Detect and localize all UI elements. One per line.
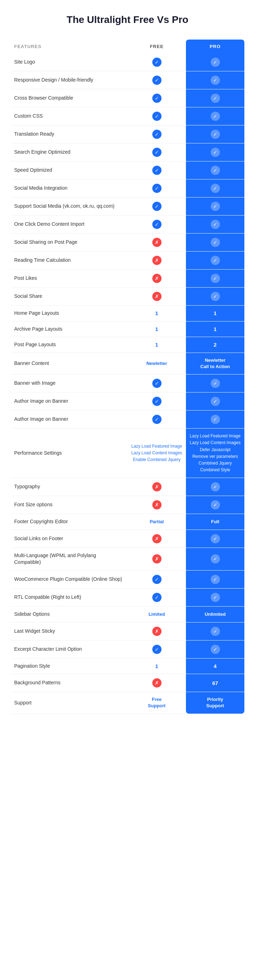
table-row: Search Engine Optimized✓✓ bbox=[11, 143, 244, 161]
feature-cell: Author Image on Banner bbox=[11, 393, 127, 410]
free-cell: ✗ bbox=[127, 496, 186, 514]
free-cell: ✓ bbox=[127, 197, 186, 215]
free-check-icon: ✓ bbox=[152, 645, 162, 654]
pro-cell: ✓ bbox=[186, 571, 244, 589]
feature-cell: Support Social Media (vk.com, ok.ru, qq.… bbox=[11, 197, 127, 215]
pro-cell: ✓ bbox=[186, 547, 244, 570]
pro-check-icon: ✓ bbox=[211, 202, 220, 211]
pro-check-icon: ✓ bbox=[211, 238, 220, 247]
pro-check-icon: ✓ bbox=[211, 76, 220, 85]
feature-cell: Search Engine Optimized bbox=[11, 143, 127, 161]
free-cross-icon: ✗ bbox=[152, 274, 162, 283]
free-text-value: Newletter bbox=[146, 361, 167, 366]
free-cell: ✓ bbox=[127, 589, 186, 606]
free-check-icon: ✓ bbox=[152, 397, 162, 406]
free-cell: ✓ bbox=[127, 393, 186, 410]
pro-cell: ✓ bbox=[186, 161, 244, 180]
free-cell: ✓ bbox=[127, 215, 186, 234]
pro-check-icon: ✓ bbox=[211, 94, 220, 103]
feature-cell: Font Size options bbox=[11, 496, 127, 514]
pro-cell: ✓ bbox=[186, 234, 244, 251]
pro-cell: ✓ bbox=[186, 72, 244, 89]
feature-cell: RTL Compatible (Right to Left) bbox=[11, 589, 127, 606]
pro-check-icon: ✓ bbox=[211, 184, 220, 193]
pro-check-icon: ✓ bbox=[211, 220, 220, 229]
pro-cell: Lazy Load Featured ImageLazy Load Conten… bbox=[186, 428, 244, 478]
table-row: Custom CSS✓✓ bbox=[11, 107, 244, 126]
pro-cell: ✓ bbox=[186, 53, 244, 72]
pro-cell: ✓ bbox=[186, 270, 244, 288]
feature-cell: Banner Content bbox=[11, 353, 127, 374]
feature-cell: Support bbox=[11, 692, 127, 714]
pro-check-icon: ✓ bbox=[211, 397, 220, 406]
free-cell: 1 bbox=[127, 337, 186, 353]
table-row: Responsive Design / Mobile-friendly✓✓ bbox=[11, 72, 244, 89]
free-number-value: 1 bbox=[155, 310, 158, 316]
pro-cell: 2 bbox=[186, 337, 244, 353]
table-row: Multi-Language (WPML and Polylang Compat… bbox=[11, 547, 244, 570]
feature-cell: One Click Demo Content Import bbox=[11, 215, 127, 234]
free-cell: Free Support bbox=[127, 692, 186, 714]
pro-check-icon: ✓ bbox=[211, 292, 220, 301]
free-text-value: Limited bbox=[148, 611, 165, 617]
page-wrapper: The Ultralight Free Vs Pro FEATURES FREE… bbox=[0, 0, 255, 735]
feature-cell: Custom CSS bbox=[11, 107, 127, 126]
table-row: Social Share✗✓ bbox=[11, 288, 244, 305]
comparison-table: FEATURES FREE PRO Site Logo✓✓Responsive … bbox=[11, 40, 244, 714]
free-check-icon: ✓ bbox=[152, 148, 162, 157]
table-row: Support Social Media (vk.com, ok.ru, qq.… bbox=[11, 197, 244, 215]
free-number-value: 1 bbox=[155, 663, 158, 669]
pro-check-icon: ✓ bbox=[211, 57, 220, 67]
pro-cell: Unlimited bbox=[186, 606, 244, 622]
free-cell: 1 bbox=[127, 321, 186, 337]
pro-cell: 1 bbox=[186, 305, 244, 321]
feature-cell: Cross Browser Compatible bbox=[11, 89, 127, 107]
table-row: Last Widget Sticky✗✓ bbox=[11, 622, 244, 640]
feature-cell: Banner with Image bbox=[11, 374, 127, 393]
pro-cell: Newletter Call to Action bbox=[186, 353, 244, 374]
free-cell: ✗ bbox=[127, 622, 186, 640]
table-row: RTL Compatible (Right to Left)✓✓ bbox=[11, 589, 244, 606]
free-cell: ✓ bbox=[127, 53, 186, 72]
free-cell: ✓ bbox=[127, 107, 186, 126]
feature-cell: Performance Settings bbox=[11, 428, 127, 478]
table-row: Excerpt Character Limit Option✓✓ bbox=[11, 640, 244, 658]
pro-text-value: Newletter Call to Action bbox=[200, 358, 230, 369]
free-cell: ✗ bbox=[127, 234, 186, 251]
pro-check-icon: ✓ bbox=[211, 274, 220, 283]
pro-cell: ✓ bbox=[186, 143, 244, 161]
free-cell: ✗ bbox=[127, 547, 186, 570]
free-cell: ✓ bbox=[127, 410, 186, 428]
pro-cell: ✓ bbox=[186, 530, 244, 547]
table-row: Social Links on Footer✗✓ bbox=[11, 530, 244, 547]
table-row: Archive Page Layouts11 bbox=[11, 321, 244, 337]
feature-cell: Translation Ready bbox=[11, 126, 127, 143]
table-row: Background Patterns✗67 bbox=[11, 674, 244, 692]
free-cross-icon: ✗ bbox=[152, 678, 162, 687]
feature-cell: Post Likes bbox=[11, 270, 127, 288]
table-row: Social Sharing on Post Page✗✓ bbox=[11, 234, 244, 251]
feature-cell: Social Sharing on Post Page bbox=[11, 234, 127, 251]
table-row: Footer Copyrights EditorPartialFull bbox=[11, 514, 244, 530]
feature-cell: Site Logo bbox=[11, 53, 127, 72]
free-cell: ✓ bbox=[127, 180, 186, 197]
pro-cell: ✓ bbox=[186, 89, 244, 107]
table-row: Performance SettingsLazy Load Featured I… bbox=[11, 428, 244, 478]
free-cross-icon: ✗ bbox=[152, 554, 162, 563]
pro-number-value: 1 bbox=[213, 310, 217, 316]
pro-check-icon: ✓ bbox=[211, 166, 220, 175]
feature-cell: Speed Optimized bbox=[11, 161, 127, 180]
feature-cell: Sidebar Options bbox=[11, 606, 127, 622]
pro-cell: ✓ bbox=[186, 215, 244, 234]
feature-cell: Multi-Language (WPML and Polylang Compat… bbox=[11, 547, 127, 570]
pro-check-icon: ✓ bbox=[211, 379, 220, 388]
feature-cell: Typography bbox=[11, 478, 127, 496]
free-check-icon: ✓ bbox=[152, 111, 162, 121]
free-cell: ✓ bbox=[127, 143, 186, 161]
feature-cell: Excerpt Character Limit Option bbox=[11, 640, 127, 658]
header-free: FREE bbox=[127, 40, 186, 53]
table-row: Home Page Layouts11 bbox=[11, 305, 244, 321]
free-number-value: 1 bbox=[155, 342, 158, 348]
feature-cell: Author Image on Banner bbox=[11, 410, 127, 428]
pro-check-icon: ✓ bbox=[211, 500, 220, 509]
